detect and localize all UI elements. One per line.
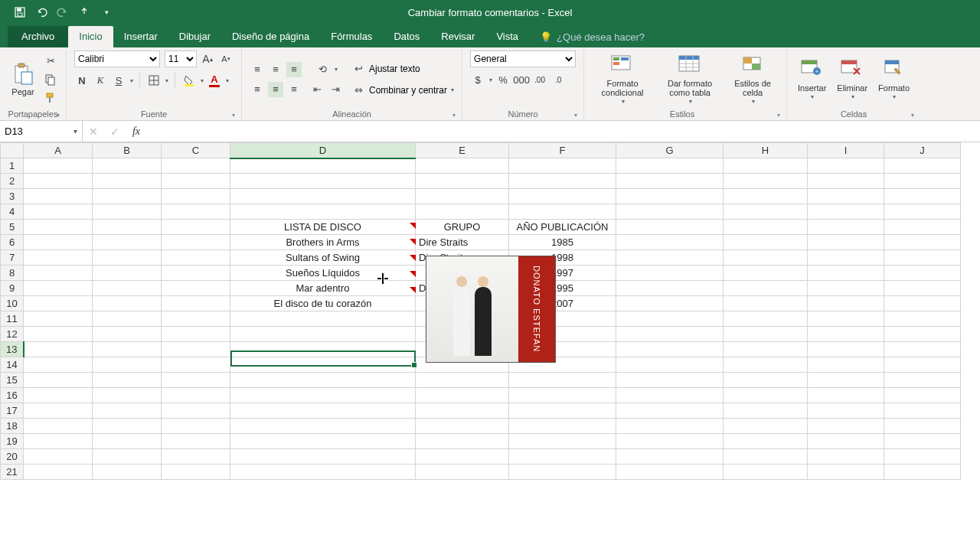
decrease-indent-icon[interactable]: ⇤ xyxy=(309,82,325,97)
cell[interactable]: El disco de tu corazón xyxy=(230,296,416,311)
cell[interactable] xyxy=(162,281,230,296)
cell[interactable]: Brothers in Arms xyxy=(230,235,416,250)
cell[interactable] xyxy=(416,388,509,403)
name-box[interactable]: D13 ▾ xyxy=(0,121,83,142)
cell[interactable] xyxy=(162,266,230,281)
cell[interactable] xyxy=(93,373,162,388)
row-header[interactable]: 15 xyxy=(1,373,24,388)
cell[interactable] xyxy=(24,449,93,465)
fill-color-icon[interactable] xyxy=(181,73,197,88)
cell[interactable] xyxy=(416,204,509,220)
cell[interactable] xyxy=(509,465,616,480)
row-header[interactable]: 10 xyxy=(1,296,24,311)
comma-style-icon[interactable]: 000 xyxy=(514,72,529,87)
cell[interactable] xyxy=(162,235,230,250)
redo-icon[interactable] xyxy=(57,6,69,18)
conditional-formatting-button[interactable]: Formato condicional▾ xyxy=(592,51,653,107)
cell[interactable] xyxy=(93,266,162,281)
undo-icon[interactable] xyxy=(35,6,47,18)
cell[interactable] xyxy=(162,342,230,357)
cell[interactable] xyxy=(24,342,93,357)
cell[interactable] xyxy=(884,357,961,373)
cell[interactable] xyxy=(24,204,93,220)
align-top-icon[interactable]: ≡ xyxy=(250,62,265,77)
col-header[interactable]: F xyxy=(509,143,616,158)
cell[interactable] xyxy=(884,220,961,235)
cell[interactable] xyxy=(808,189,884,204)
cell[interactable] xyxy=(93,388,162,403)
cell[interactable] xyxy=(616,357,724,373)
spreadsheet-grid[interactable]: A B C D E F G H I J 12345LISTA DE DISCOG… xyxy=(0,142,980,480)
increase-indent-icon[interactable]: ⇥ xyxy=(328,82,343,97)
cell[interactable] xyxy=(724,449,808,465)
cell[interactable] xyxy=(724,388,808,403)
row-header[interactable]: 4 xyxy=(1,204,24,220)
cell[interactable] xyxy=(724,434,808,449)
cell[interactable] xyxy=(230,158,416,174)
format-painter-icon[interactable] xyxy=(43,90,58,106)
row[interactable]: 18 xyxy=(1,419,961,434)
row[interactable]: 3 xyxy=(1,189,961,204)
tell-me-search[interactable]: 💡 ¿Qué desea hacer? xyxy=(529,27,655,47)
row-header[interactable]: 17 xyxy=(1,403,24,419)
cell[interactable] xyxy=(509,204,616,220)
cell[interactable] xyxy=(93,311,162,327)
cell[interactable] xyxy=(162,311,230,327)
cell[interactable] xyxy=(884,419,961,434)
cell[interactable] xyxy=(616,266,724,281)
row[interactable]: 19 xyxy=(1,434,961,449)
tab-formulas[interactable]: Fórmulas xyxy=(320,26,383,47)
cell[interactable]: Sultans of Swing xyxy=(230,250,416,266)
cell[interactable] xyxy=(724,220,808,235)
cell[interactable] xyxy=(162,204,230,220)
row-header[interactable]: 1 xyxy=(1,158,24,174)
comment-image-popup[interactable]: DONATO ESTEFAN xyxy=(426,256,556,363)
cell[interactable] xyxy=(162,158,230,174)
cell[interactable] xyxy=(230,327,416,342)
cell[interactable] xyxy=(93,235,162,250)
cell[interactable] xyxy=(24,189,93,204)
cell[interactable] xyxy=(616,388,724,403)
cell[interactable] xyxy=(884,311,961,327)
cell[interactable] xyxy=(884,342,961,357)
cell[interactable] xyxy=(884,281,961,296)
cell[interactable] xyxy=(24,266,93,281)
cell[interactable] xyxy=(93,403,162,419)
cell[interactable] xyxy=(616,449,724,465)
cell[interactable] xyxy=(808,388,884,403)
row[interactable]: 20 xyxy=(1,449,961,465)
cell[interactable]: GRUPO xyxy=(416,220,509,235)
cell[interactable] xyxy=(884,250,961,266)
cell[interactable]: AÑO PUBLICACIÓN xyxy=(509,220,616,235)
delete-cells-button[interactable]: Eliminar▾ xyxy=(834,56,871,103)
comment-indicator-icon[interactable] xyxy=(410,271,416,277)
col-header[interactable]: G xyxy=(616,143,724,158)
decrease-font-icon[interactable]: A▾ xyxy=(218,51,234,67)
cell[interactable] xyxy=(162,296,230,311)
cell[interactable] xyxy=(808,403,884,419)
cell[interactable] xyxy=(230,189,416,204)
cell[interactable] xyxy=(884,403,961,419)
cell[interactable] xyxy=(884,189,961,204)
bold-button[interactable]: N xyxy=(74,73,90,88)
col-header[interactable]: I xyxy=(808,143,884,158)
col-header[interactable]: D xyxy=(230,143,416,158)
cut-icon[interactable]: ✂ xyxy=(43,54,58,69)
cell[interactable] xyxy=(616,434,724,449)
cell[interactable] xyxy=(230,342,416,357)
cell[interactable] xyxy=(808,220,884,235)
comment-indicator-icon[interactable] xyxy=(410,239,416,245)
cell[interactable]: 1985 xyxy=(509,235,616,250)
cell[interactable] xyxy=(230,403,416,419)
cell[interactable] xyxy=(93,342,162,357)
row[interactable]: 5LISTA DE DISCOGRUPOAÑO PUBLICACIÓN xyxy=(1,220,961,235)
tab-page-layout[interactable]: Diseño de página xyxy=(221,26,320,47)
cell-styles-button[interactable]: Estilos de celda▾ xyxy=(727,51,779,107)
cell[interactable] xyxy=(616,419,724,434)
cell[interactable] xyxy=(230,373,416,388)
font-color-icon[interactable]: A xyxy=(207,73,222,88)
cell[interactable] xyxy=(230,311,416,327)
touch-mode-icon[interactable] xyxy=(78,6,90,18)
cell[interactable] xyxy=(416,403,509,419)
cell[interactable] xyxy=(416,465,509,480)
